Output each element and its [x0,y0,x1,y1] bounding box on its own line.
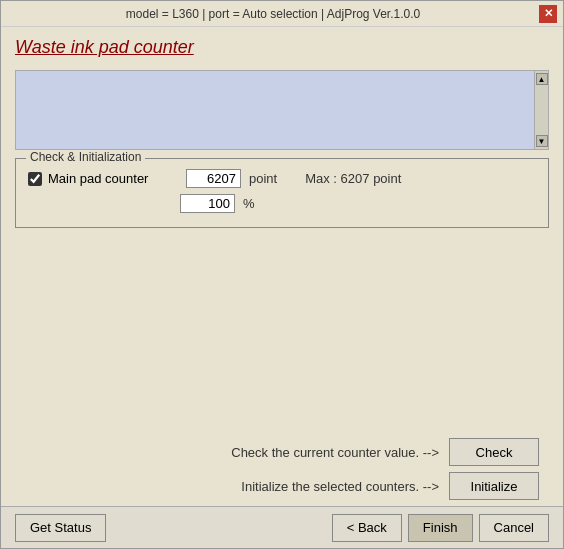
scroll-up-arrow[interactable]: ▲ [536,73,548,85]
close-button[interactable]: ✕ [539,5,557,23]
check-initialization-group: Check & Initialization Main pad counter … [15,158,549,228]
main-pad-counter-row: Main pad counter point Max : 6207 point [28,169,536,188]
main-pad-checkbox[interactable] [28,172,42,186]
check-button[interactable]: Check [449,438,539,466]
main-pad-label: Main pad counter [48,171,178,186]
footer-nav: < Back Finish Cancel [332,514,549,542]
spacer [15,236,549,430]
title-bar: model = L360 | port = Auto selection | A… [1,1,563,27]
group-legend: Check & Initialization [26,150,145,164]
main-window: model = L360 | port = Auto selection | A… [0,0,564,549]
main-pad-percent-unit: % [243,196,255,211]
get-status-button[interactable]: Get Status [15,514,106,542]
log-box: ▲ ▼ [15,70,549,150]
finish-button[interactable]: Finish [408,514,473,542]
main-pad-percent-input[interactable] [180,194,235,213]
log-scrollbar: ▲ ▼ [534,71,548,149]
page-title: Waste ink pad counter [15,37,549,58]
main-pad-percent-row: % [180,194,536,213]
main-pad-value-input[interactable] [186,169,241,188]
main-body: Waste ink pad counter ▲ ▼ Check & Initia… [1,27,563,506]
action-area: Check the current counter value. --> Che… [15,438,549,500]
main-pad-checkbox-label: Main pad counter [28,171,178,186]
title-text: model = L360 | port = Auto selection | A… [7,7,539,21]
check-action-label: Check the current counter value. --> [231,445,439,460]
main-pad-unit: point [249,171,277,186]
scroll-down-arrow[interactable]: ▼ [536,135,548,147]
main-pad-max: Max : 6207 point [305,171,401,186]
init-action-label: Initialize the selected counters. --> [241,479,439,494]
init-action-row: Initialize the selected counters. --> In… [241,472,539,500]
check-action-row: Check the current counter value. --> Che… [231,438,539,466]
footer-bar: Get Status < Back Finish Cancel [1,506,563,548]
back-button[interactable]: < Back [332,514,402,542]
initialize-button[interactable]: Initialize [449,472,539,500]
cancel-button[interactable]: Cancel [479,514,549,542]
